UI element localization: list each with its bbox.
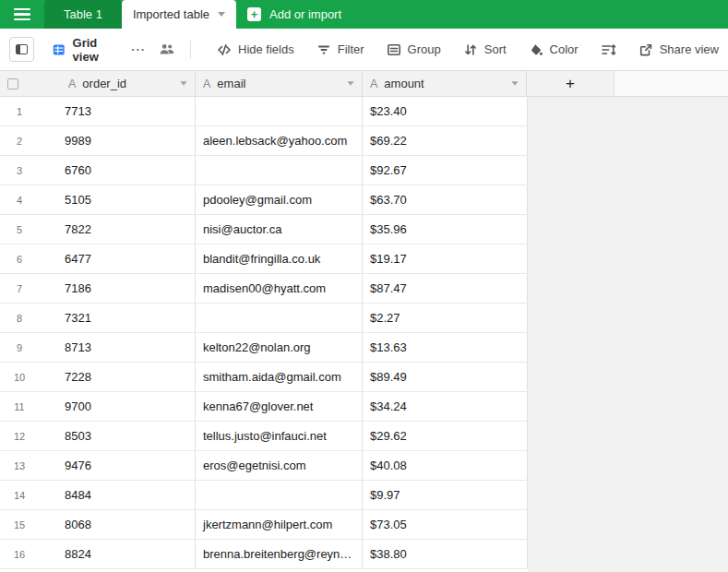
- filter-button[interactable]: Filter: [307, 37, 374, 63]
- row-number: 7: [0, 275, 39, 303]
- sort-button[interactable]: Sort: [454, 37, 516, 63]
- cell-amount[interactable]: $38.80: [363, 540, 528, 568]
- table-tabs-bar: Table 1 Imported table + Add or import: [0, 0, 728, 29]
- cell-order_id[interactable]: 8068: [61, 510, 196, 539]
- color-button[interactable]: Color: [519, 37, 588, 63]
- cell-amount[interactable]: $35.96: [363, 215, 528, 244]
- grid-header-row: A order_id A email A amount +: [0, 70, 728, 97]
- row-number-cell: 11: [0, 392, 61, 421]
- tab-imported-table[interactable]: Imported table: [122, 0, 236, 29]
- cell-email[interactable]: madisen00@hyatt.com: [196, 274, 363, 303]
- cell-order_id[interactable]: 9476: [61, 451, 196, 480]
- cell-email[interactable]: [196, 97, 363, 125]
- chevron-down-icon[interactable]: [218, 12, 225, 17]
- cell-order_id[interactable]: 7321: [61, 304, 196, 332]
- cell-email[interactable]: pdooley@gmail.com: [196, 185, 363, 214]
- cell-email[interactable]: nisi@auctor.ca: [196, 215, 363, 244]
- grid-view-button[interactable]: Grid view: [53, 36, 118, 64]
- cell-email[interactable]: [196, 481, 363, 509]
- column-header-email[interactable]: A email: [196, 71, 363, 96]
- row-height-icon: [601, 42, 616, 57]
- chevron-down-icon[interactable]: [347, 81, 353, 86]
- cell-amount[interactable]: $40.08: [363, 451, 528, 480]
- hide-fields-icon: [217, 42, 232, 57]
- view-options-menu-button[interactable]: ···: [131, 42, 146, 56]
- cell-order_id[interactable]: 8484: [61, 481, 196, 509]
- cell-email[interactable]: smitham.aida@gmail.com: [196, 363, 363, 391]
- column-header-amount[interactable]: A amount: [363, 71, 527, 96]
- row-number-cell: 16: [0, 540, 61, 568]
- add-or-import-button[interactable]: + Add or import: [247, 0, 341, 29]
- add-field-button[interactable]: +: [527, 71, 615, 96]
- cell-order_id[interactable]: 6760: [61, 156, 196, 185]
- select-all-checkbox[interactable]: [7, 78, 18, 89]
- cell-order_id[interactable]: 7186: [61, 274, 196, 303]
- hide-fields-button[interactable]: Hide fields: [208, 37, 304, 63]
- cell-order_id[interactable]: 8824: [61, 540, 196, 568]
- cell-amount[interactable]: $63.70: [363, 185, 528, 214]
- cell-order_id[interactable]: 5105: [61, 185, 196, 214]
- cell-amount[interactable]: $2.27: [363, 304, 528, 332]
- cell-order_id[interactable]: 7713: [61, 97, 196, 125]
- cell-amount[interactable]: $73.05: [363, 510, 528, 539]
- cell-amount[interactable]: $23.40: [363, 97, 528, 125]
- view-name: Grid view: [73, 36, 119, 64]
- table-row: 66477blandit@fringilla.co.uk$19.17: [0, 244, 528, 274]
- row-number: 4: [0, 186, 39, 214]
- cell-amount[interactable]: $29.62: [363, 422, 528, 450]
- chevron-down-icon[interactable]: [180, 81, 186, 86]
- airtable-app: Table 1 Imported table + Add or import G…: [0, 0, 728, 572]
- cell-email[interactable]: blandit@fringilla.co.uk: [196, 244, 363, 273]
- table-row: 29989aleen.lebsack@yahoo.com$69.22: [0, 126, 528, 156]
- hamburger-menu-button[interactable]: [0, 0, 44, 29]
- color-label: Color: [550, 42, 579, 56]
- cell-amount[interactable]: $9.97: [363, 481, 528, 509]
- column-header-order-id[interactable]: A order_id: [61, 71, 196, 96]
- cell-email[interactable]: tellus.justo@infauci.net: [196, 422, 363, 450]
- cell-order_id[interactable]: 7822: [61, 215, 196, 244]
- cell-order_id[interactable]: 9700: [61, 392, 196, 421]
- view-toolbar: Grid view ··· Hide fields: [0, 29, 728, 70]
- cell-amount[interactable]: $69.22: [363, 126, 528, 155]
- group-icon: [387, 42, 401, 57]
- column-name: amount: [384, 77, 506, 90]
- row-number: 3: [0, 157, 39, 185]
- share-view-button[interactable]: Share view: [629, 37, 728, 63]
- cell-order_id[interactable]: 7228: [61, 363, 196, 391]
- cell-email[interactable]: eros@egetnisi.com: [196, 451, 363, 480]
- chevron-down-icon[interactable]: [511, 81, 518, 86]
- row-number: 12: [0, 423, 39, 450]
- row-number-cell: 2: [0, 126, 61, 155]
- cell-email[interactable]: [196, 156, 363, 185]
- cell-order_id[interactable]: 6477: [61, 244, 196, 273]
- tab-table-1[interactable]: Table 1: [44, 0, 122, 29]
- cell-amount[interactable]: $13.63: [363, 333, 528, 362]
- collaborators-icon[interactable]: [159, 42, 175, 56]
- row-number: 15: [0, 511, 39, 539]
- group-label: Group: [408, 42, 441, 56]
- cell-amount[interactable]: $19.17: [363, 244, 528, 273]
- cell-amount[interactable]: $92.67: [363, 156, 528, 185]
- cell-email[interactable]: brenna.breitenberg@reynol…: [196, 540, 363, 568]
- cell-email[interactable]: aleen.lebsack@yahoo.com: [196, 126, 363, 155]
- view-sidebar-toggle-button[interactable]: [9, 37, 34, 62]
- cell-order_id[interactable]: 8713: [61, 333, 196, 362]
- toolbar-divider: [190, 41, 191, 59]
- row-height-button[interactable]: [591, 37, 626, 63]
- row-number: 13: [0, 452, 39, 480]
- group-button[interactable]: Group: [377, 37, 450, 63]
- cell-email[interactable]: [196, 304, 363, 332]
- add-or-import-label: Add or import: [269, 7, 341, 21]
- table-row: 107228smitham.aida@gmail.com$89.49: [0, 363, 528, 392]
- cell-order_id[interactable]: 9989: [61, 126, 196, 155]
- cell-email[interactable]: kelton22@nolan.org: [196, 333, 363, 362]
- cell-order_id[interactable]: 8503: [61, 422, 196, 450]
- cell-email[interactable]: jkertzmann@hilpert.com: [196, 510, 363, 539]
- cell-amount[interactable]: $34.24: [363, 392, 528, 421]
- row-number: 5: [0, 216, 39, 244]
- row-number-cell: 15: [0, 510, 61, 539]
- cell-email[interactable]: kenna67@glover.net: [196, 392, 363, 421]
- cell-amount[interactable]: $89.49: [363, 363, 528, 391]
- cell-amount[interactable]: $87.47: [363, 274, 528, 303]
- column-name: email: [217, 77, 341, 90]
